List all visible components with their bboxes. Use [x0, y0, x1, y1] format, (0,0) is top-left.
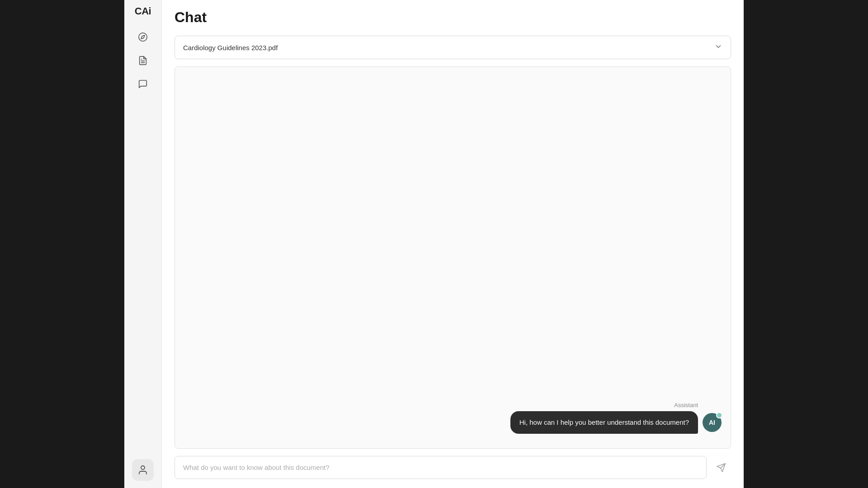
chevron-down-icon — [714, 42, 722, 52]
send-button[interactable] — [711, 458, 731, 478]
document-selector[interactable]: Cardiology Guidelines 2023.pdf — [175, 36, 731, 59]
sidebar-item-chat[interactable] — [132, 73, 154, 95]
page-title: Chat — [175, 9, 731, 26]
chat-bubble-icon — [138, 79, 148, 89]
user-avatar-button[interactable] — [132, 459, 154, 481]
assistant-avatar: AI — [703, 413, 722, 432]
app-logo: CAi — [135, 5, 151, 17]
chat-input[interactable] — [175, 456, 707, 479]
document-icon — [138, 56, 148, 66]
sidebar-nav — [124, 26, 161, 95]
assistant-bubble: Hi, how can I help you better understand… — [510, 411, 698, 434]
send-icon — [716, 463, 726, 473]
assistant-message-container: Assistant Hi, how can I help you better … — [184, 402, 722, 434]
assistant-message-row: Hi, how can I help you better understand… — [510, 411, 722, 434]
chat-area: Assistant Hi, how can I help you better … — [175, 66, 731, 449]
input-area — [175, 456, 731, 479]
svg-point-4 — [141, 466, 145, 469]
compass-icon — [138, 32, 148, 42]
svg-marker-1 — [141, 35, 145, 39]
svg-point-0 — [139, 33, 147, 41]
chat-messages: Assistant Hi, how can I help you better … — [175, 67, 731, 448]
document-selector-label: Cardiology Guidelines 2023.pdf — [183, 44, 278, 52]
sidebar-item-compass[interactable] — [132, 26, 154, 48]
main-content: Chat Cardiology Guidelines 2023.pdf Assi… — [162, 0, 744, 488]
sidebar-item-document[interactable] — [132, 50, 154, 71]
assistant-avatar-badge — [716, 412, 722, 418]
assistant-avatar-initials: AI — [709, 419, 715, 426]
sidebar-bottom — [132, 459, 154, 481]
app-container: CAi — [124, 0, 744, 488]
sidebar: CAi — [124, 0, 162, 488]
user-icon — [137, 465, 148, 475]
assistant-label: Assistant — [674, 402, 698, 408]
